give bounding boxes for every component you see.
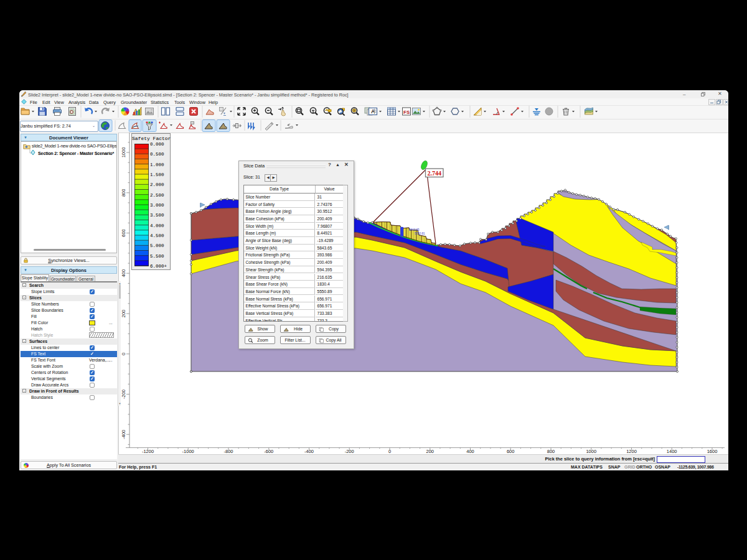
- svg-text:800: 800: [121, 189, 126, 197]
- svg-text:1600: 1600: [707, 449, 718, 454]
- svg-text:FS: FS: [403, 110, 410, 115]
- svg-text:2.744: 2.744: [428, 170, 442, 177]
- svg-text:200: 200: [121, 310, 126, 318]
- svg-text:1000: 1000: [121, 147, 126, 158]
- svg-text:400: 400: [121, 269, 126, 278]
- svg-text:400: 400: [466, 449, 474, 454]
- svg-text:-1200: -1200: [142, 449, 154, 454]
- svg-text:5550.81: 5550.81: [415, 232, 425, 235]
- svg-text:-400: -400: [304, 449, 314, 454]
- svg-text:0: 0: [121, 353, 126, 355]
- svg-text:1000: 1000: [586, 449, 596, 454]
- svg-text:800: 800: [547, 449, 555, 454]
- svg-text:-400: -400: [121, 430, 126, 439]
- svg-text:5843.65: 5843.65: [409, 228, 420, 231]
- svg-text:-1000: -1000: [182, 449, 194, 454]
- svg-text:1400: 1400: [667, 449, 677, 454]
- svg-text:0: 0: [388, 449, 391, 454]
- svg-text:600: 600: [121, 229, 126, 237]
- svg-text:-200: -200: [121, 390, 126, 399]
- svg-text:1200: 1200: [626, 449, 637, 454]
- svg-text:-800: -800: [223, 449, 233, 454]
- svg-text:-200: -200: [345, 449, 354, 454]
- svg-text:-600: -600: [264, 449, 273, 454]
- svg-text:600: 600: [507, 449, 515, 454]
- svg-text:200: 200: [426, 449, 435, 454]
